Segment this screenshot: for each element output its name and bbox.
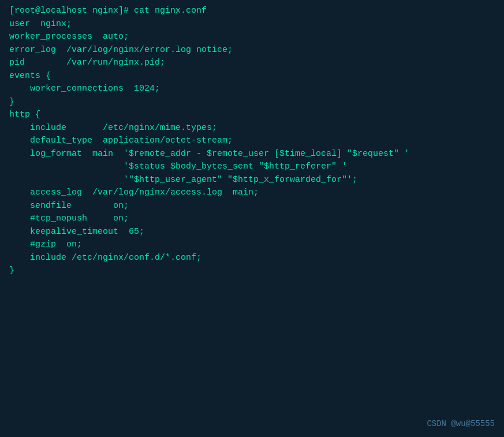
code-line: events { bbox=[9, 70, 495, 83]
code-line: include /etc/nginx/conf.d/*.conf; bbox=[9, 252, 495, 265]
code-line: include /etc/nginx/mime.types; bbox=[9, 122, 495, 135]
code-line: default_type application/octet-stream; bbox=[9, 135, 495, 148]
code-line: worker_connections 1024; bbox=[9, 83, 495, 96]
terminal-window: [root@localhost nginx]# cat nginx.conf u… bbox=[0, 0, 504, 437]
code-line: keepalive_timeout 65; bbox=[9, 226, 495, 239]
code-line: pid /var/run/nginx.pid; bbox=[9, 57, 495, 70]
code-line: http { bbox=[9, 109, 495, 122]
code-line: } bbox=[9, 96, 495, 109]
prompt-line: [root@localhost nginx]# cat nginx.conf bbox=[9, 5, 495, 18]
code-line: sendfile on; bbox=[9, 200, 495, 213]
code-line: access_log /var/log/nginx/access.log mai… bbox=[9, 186, 495, 200]
code-line: error_log /var/log/nginx/error.log notic… bbox=[9, 44, 495, 57]
code-line: } bbox=[9, 264, 495, 278]
code-line: '$status $body_bytes_sent "$http_referer… bbox=[9, 160, 495, 174]
watermark: CSDN @wu@55555 bbox=[427, 418, 495, 430]
code-line: log_format main '$remote_addr - $remote_… bbox=[9, 148, 495, 161]
code-line: #gzip on; bbox=[9, 238, 495, 252]
code-line: #tcp_nopush on; bbox=[9, 212, 495, 226]
code-line: '"$http_user_agent" "$http_x_forwarded_f… bbox=[9, 174, 495, 187]
code-line: user nginx; bbox=[9, 18, 495, 31]
code-line: worker_processes auto; bbox=[9, 31, 495, 44]
code-block: user nginx;worker_processes auto;error_l… bbox=[9, 18, 495, 278]
